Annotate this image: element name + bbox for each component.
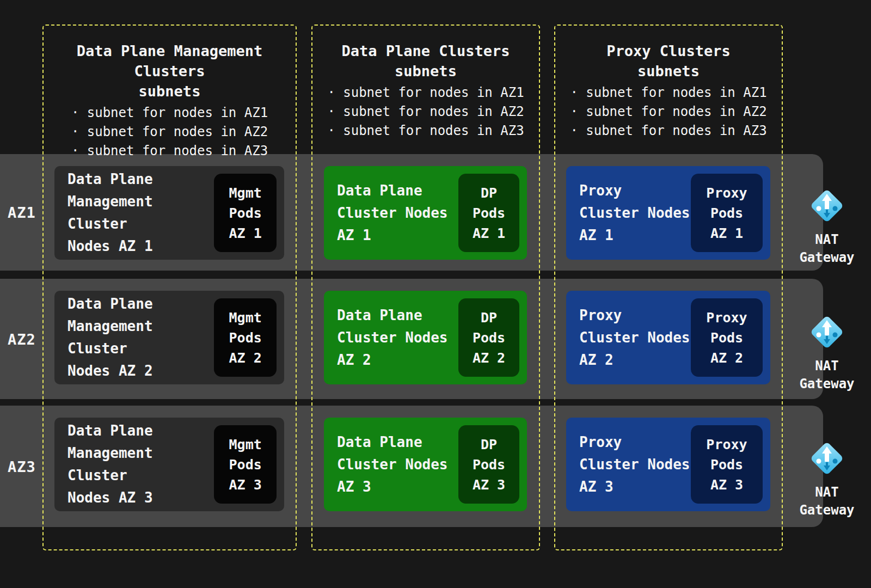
column-bullet: · subnet for nodes in AZ1 bbox=[555, 83, 782, 102]
nat-gateway-icon bbox=[807, 439, 847, 478]
proxy-cluster-nodes-az3: Proxy Cluster Nodes AZ 3 Proxy Pods AZ 3 bbox=[566, 418, 770, 511]
mgmt-pods-az3: Mgmt Pods AZ 3 bbox=[214, 425, 277, 504]
mgmt-cluster-nodes-az2: Data Plane Management Cluster Nodes AZ 2… bbox=[54, 291, 284, 384]
proxy-pods-az1: Proxy Pods AZ 1 bbox=[691, 174, 763, 252]
az-label-3: AZ3 bbox=[8, 458, 36, 475]
nat-gateway-az3: NAT Gateway bbox=[783, 439, 871, 519]
az-label-1: AZ1 bbox=[8, 204, 36, 221]
mgmt-cluster-nodes-az1: Data Plane Management Cluster Nodes AZ 1… bbox=[54, 166, 284, 260]
nat-gateway-label: NAT Gateway bbox=[783, 231, 871, 267]
column-bullet: · subnet for nodes in AZ3 bbox=[312, 121, 539, 140]
mgmt-cluster-nodes-az3: Data Plane Management Cluster Nodes AZ 3… bbox=[54, 418, 284, 511]
column-bullet: · subnet for nodes in AZ1 bbox=[312, 83, 539, 102]
dp-pods-az2: DP Pods AZ 2 bbox=[458, 298, 519, 377]
node-label: Proxy Cluster Nodes AZ 2 bbox=[579, 304, 690, 371]
column-bullet: · subnet for nodes in AZ2 bbox=[555, 102, 782, 121]
column-bullets: · subnet for nodes in AZ1 · subnet for n… bbox=[312, 83, 539, 140]
mgmt-pods-az2: Mgmt Pods AZ 2 bbox=[214, 298, 277, 377]
dp-cluster-nodes-az1: Data Plane Cluster Nodes AZ 1 DP Pods AZ… bbox=[324, 166, 527, 260]
node-label: Proxy Cluster Nodes AZ 3 bbox=[579, 431, 690, 498]
node-label: Data Plane Cluster Nodes AZ 1 bbox=[337, 180, 448, 247]
dp-cluster-nodes-az2: Data Plane Cluster Nodes AZ 2 DP Pods AZ… bbox=[324, 291, 527, 384]
column-bullet: · subnet for nodes in AZ1 bbox=[44, 103, 296, 122]
column-title: Data Plane Management Clusters subnets bbox=[44, 41, 296, 101]
nat-gateway-az1: NAT Gateway bbox=[783, 186, 871, 267]
column-title: Proxy Clusters subnets bbox=[555, 41, 782, 81]
proxy-cluster-nodes-az1: Proxy Cluster Nodes AZ 1 Proxy Pods AZ 1 bbox=[566, 166, 770, 260]
dp-cluster-nodes-az3: Data Plane Cluster Nodes AZ 3 DP Pods AZ… bbox=[324, 418, 527, 511]
column-bullets: · subnet for nodes in AZ1 · subnet for n… bbox=[44, 103, 296, 161]
dp-pods-az1: DP Pods AZ 1 bbox=[458, 174, 519, 252]
column-bullet: · subnet for nodes in AZ3 bbox=[44, 142, 296, 161]
nat-gateway-icon bbox=[807, 186, 847, 225]
nat-gateway-label: NAT Gateway bbox=[783, 357, 871, 393]
nat-gateway-label: NAT Gateway bbox=[783, 483, 871, 519]
mgmt-pods-az1: Mgmt Pods AZ 1 bbox=[214, 174, 277, 252]
dp-pods-az3: DP Pods AZ 3 bbox=[458, 425, 519, 504]
node-label: Data Plane Cluster Nodes AZ 2 bbox=[337, 304, 448, 371]
proxy-pods-az3: Proxy Pods AZ 3 bbox=[691, 425, 763, 504]
node-label: Data Plane Management Cluster Nodes AZ 1 bbox=[68, 168, 214, 258]
proxy-cluster-nodes-az2: Proxy Cluster Nodes AZ 2 Proxy Pods AZ 2 bbox=[566, 291, 770, 384]
column-bullet: · subnet for nodes in AZ2 bbox=[44, 122, 296, 142]
diagram-canvas: AZ1 AZ2 AZ3 Data Plane Management Cluste… bbox=[0, 0, 871, 588]
proxy-pods-az2: Proxy Pods AZ 2 bbox=[691, 298, 763, 377]
column-bullet: · subnet for nodes in AZ2 bbox=[312, 102, 539, 121]
column-bullet: · subnet for nodes in AZ3 bbox=[555, 121, 782, 140]
nat-gateway-icon bbox=[807, 313, 847, 352]
az-label-2: AZ2 bbox=[8, 330, 36, 347]
column-bullets: · subnet for nodes in AZ1 · subnet for n… bbox=[555, 83, 782, 140]
node-label: Data Plane Management Cluster Nodes AZ 3 bbox=[68, 420, 214, 509]
node-label: Data Plane Management Cluster Nodes AZ 2 bbox=[68, 293, 214, 382]
column-title: Data Plane Clusters subnets bbox=[312, 41, 539, 81]
node-label: Proxy Cluster Nodes AZ 1 bbox=[579, 180, 690, 247]
node-label: Data Plane Cluster Nodes AZ 3 bbox=[337, 431, 448, 498]
nat-gateway-az2: NAT Gateway bbox=[783, 313, 871, 393]
